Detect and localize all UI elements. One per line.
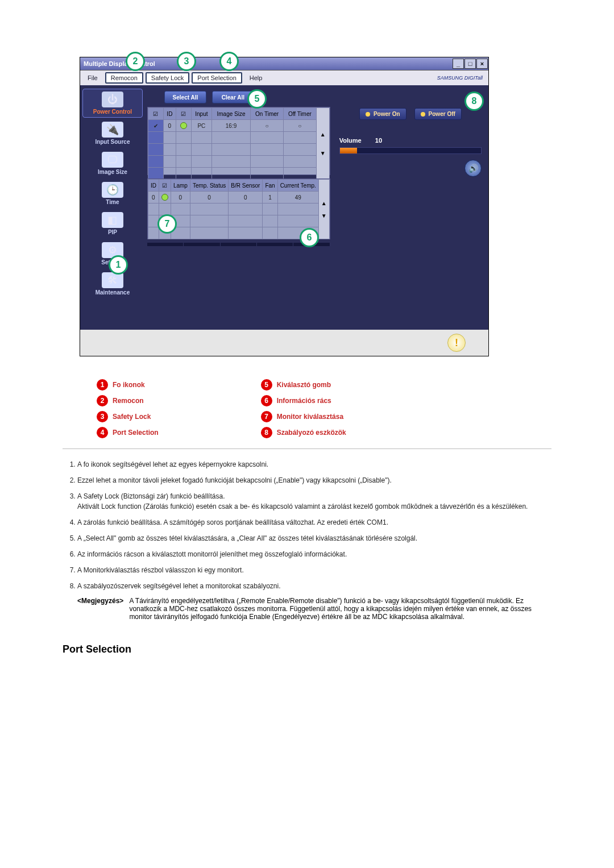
col-status: ☑ (159, 180, 171, 192)
center-column: Select All Clear All ☑ ID ☑ Input Image … (145, 85, 333, 330)
table-row[interactable]: ✔ 0 PC 16:9 ○ ○ (148, 120, 329, 132)
badge-5: 5 (261, 379, 272, 391)
menubar: File Remocon Safety Lock Port Selection … (80, 70, 488, 85)
menu-safety-lock[interactable]: Safety Lock (146, 72, 189, 84)
col-temp-status: Temp. Status (190, 180, 228, 192)
menu-file[interactable]: File (82, 73, 103, 83)
col-image-size: Image Size (211, 108, 250, 120)
description-list: A fo ikonok segítségével lehet az egyes … (63, 448, 551, 621)
badge-8: 8 (261, 427, 272, 438)
col-check: ☑ (148, 108, 163, 120)
power-dot-icon (366, 112, 370, 117)
window-close-button[interactable]: × (476, 59, 488, 69)
sidebar-item-image-size[interactable]: 🖵 Image Size (82, 149, 143, 178)
callout-8: 8 (464, 92, 484, 111)
callout-5: 5 (247, 89, 267, 109)
sidebar: ⏻ Power Control 🔌 Input Source 🖵 Image S… (80, 85, 145, 330)
legend-item: 8 Szabályozó eszközök (261, 427, 346, 438)
window-max-button[interactable]: □ (464, 59, 476, 69)
callout-7: 7 (157, 214, 177, 234)
callout-3: 3 (177, 52, 196, 71)
power-off-button[interactable]: Power Off (414, 108, 462, 120)
legend-item: 3 Safety Lock (97, 411, 159, 422)
note-label: <Megjegyzés> (77, 597, 123, 621)
sidebar-label: Power Control (93, 109, 132, 115)
callout-6: 6 (300, 228, 319, 247)
brand-label: SAMSUNG DIGITall (437, 75, 486, 81)
sidebar-label: PIP (108, 229, 117, 235)
legend-item: 6 Információs rács (261, 395, 346, 406)
desc-item: A fo ikonok segítségével lehet az egyes … (77, 459, 551, 470)
desc-item: A zárolás funkció beállítása. A számítóg… (77, 517, 551, 528)
legend-label: Monitor kiválasztása (277, 413, 343, 421)
selection-grid[interactable]: ☑ ID ☑ Input Image Size On Timer Off Tim… (147, 107, 330, 175)
screen-icon: 🖵 (102, 152, 123, 168)
col-input: Input (191, 108, 211, 120)
col-id: ID (163, 108, 176, 120)
menu-port-selection[interactable]: Port Selection (192, 72, 242, 84)
menu-remocon[interactable]: Remocon (105, 72, 143, 84)
badge-3: 3 (97, 411, 108, 422)
select-all-button[interactable]: Select All (164, 91, 206, 103)
desc-item: A szabályozószervek segítségével lehet a… (77, 581, 551, 591)
status-led-icon (180, 122, 187, 129)
sidebar-label: Time (106, 199, 119, 205)
scrollbar[interactable]: ▲▼ (318, 180, 329, 239)
table-row[interactable]: 0 0 0 0 1 49 (148, 192, 329, 203)
legend-label: Szabályozó eszközök (277, 429, 346, 437)
callout-4: 4 (219, 52, 239, 71)
legend-item: 2 Remocon (97, 395, 159, 406)
legend-label: Fo ikonok (113, 381, 145, 389)
sidebar-label: Image Size (98, 169, 127, 175)
badge-7: 7 (261, 411, 272, 422)
power-dot-icon (421, 112, 425, 117)
alert-icon[interactable]: ! (447, 334, 466, 352)
legend-label: Port Selection (113, 429, 159, 437)
desc-item: Ezzel lehet a monitor távoli jeleket fog… (77, 475, 551, 485)
legend-label: Safety Lock (113, 413, 151, 421)
power-icon: ⏻ (102, 92, 123, 107)
clock-icon: 🕒 (102, 182, 123, 198)
legend: 1 Fo ikonok 2 Remocon 3 Safety Lock 4 Po… (97, 379, 551, 438)
sidebar-item-power-control[interactable]: ⏻ Power Control (82, 89, 143, 118)
menu-help[interactable]: Help (244, 73, 268, 83)
mdc-app-window: 2 3 4 5 8 6 7 1 Multiple Display Control… (80, 57, 489, 356)
legend-item: 4 Port Selection (97, 427, 159, 438)
col-status: ☑ (176, 108, 191, 120)
volume-label: Volume (339, 137, 374, 144)
mute-toggle[interactable]: 🔊 (464, 160, 482, 177)
power-on-button[interactable]: Power On (359, 108, 406, 120)
col-current-temp: Current Temp. (277, 180, 318, 192)
callout-2: 2 (126, 52, 145, 71)
legend-label: Információs rács (277, 397, 331, 405)
sidebar-item-time[interactable]: 🕒 Time (82, 179, 143, 208)
status-led-icon (161, 194, 168, 201)
note-text: A Távirányító engedélyezett/letiltva („R… (129, 597, 551, 621)
power-on-label: Power On (374, 111, 400, 117)
scrollbar[interactable]: ▲▼ (316, 108, 329, 180)
callout-1: 1 (109, 255, 128, 275)
badge-4: 4 (97, 427, 108, 438)
volume-value: 10 (375, 137, 382, 144)
sidebar-item-input-source[interactable]: 🔌 Input Source (82, 119, 143, 148)
sidebar-item-maintenance[interactable]: 🛠 Maintenance (82, 269, 143, 298)
legend-label: Remocon (113, 397, 144, 405)
legend-item: 7 Monitor kiválasztása (261, 411, 346, 422)
legend-item: 1 Fo ikonok (97, 379, 159, 391)
note: <Megjegyzés> A Távirányító engedélyezett… (77, 597, 551, 621)
power-off-label: Power Off (429, 111, 455, 117)
plug-icon: 🔌 (102, 122, 123, 138)
volume-slider[interactable] (339, 147, 482, 154)
status-bar: ! (80, 330, 488, 356)
control-panel: Power On Power Off Volume 10 🔊 (333, 85, 488, 330)
desc-item: A „Select All" gomb az összes tétel kivá… (77, 533, 551, 543)
sidebar-item-pip[interactable]: ◧ PIP (82, 209, 143, 238)
window-min-button[interactable]: _ (453, 59, 464, 69)
pip-icon: ◧ (102, 212, 123, 228)
col-on-timer: On Timer (251, 108, 284, 120)
section-heading: Port Selection (63, 643, 551, 655)
badge-2: 2 (97, 395, 108, 406)
desc-item: A Monitorkiválasztás részbol válasszon k… (77, 565, 551, 575)
col-off-timer: Off Timer (284, 108, 317, 120)
sidebar-label: Maintenance (96, 289, 130, 296)
